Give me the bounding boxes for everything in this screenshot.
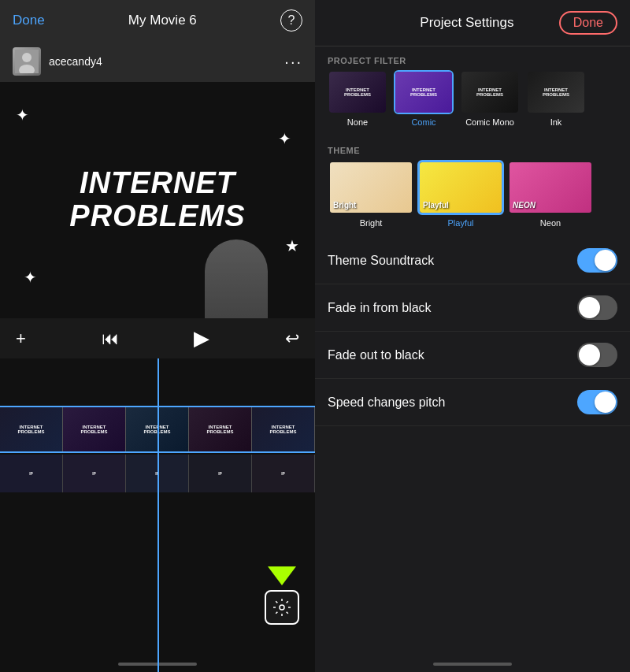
filmstrip-frame: INTERNETPROBLEMS (252, 407, 315, 451)
avatar (13, 47, 41, 76)
settings-list: Theme Soundtrack Fade in from black Fade… (315, 237, 630, 426)
star-deco-4: ★ (285, 236, 299, 255)
frame-content: INTERNETPROBLEMS (252, 407, 314, 451)
home-indicator-right (433, 663, 512, 666)
theme-label-bright: Bright (360, 218, 383, 228)
theme-preview-playful: Playful (420, 162, 502, 213)
user-row: acecandy4 ··· (0, 41, 315, 82)
filmstrip-frame: INTERNETPROBLEMS (0, 407, 63, 451)
settings-done-button[interactable]: Done (559, 11, 617, 35)
filter-thumb-comic-mono: INTERNETPROBLEMS (460, 70, 520, 114)
theme-label-neon: Neon (540, 218, 561, 228)
done-button[interactable]: Done (13, 13, 45, 28)
fade-out-label: Fade out to black (328, 348, 424, 362)
avatar-image (13, 47, 41, 76)
filmstrip-frame2: IP (0, 455, 63, 492)
theme-overlay-bright: Bright (333, 201, 356, 210)
filter-preview-ink: INTERNETPROBLEMS (528, 72, 584, 113)
filter-scroll-area: INTERNETPROBLEMS None INTERNETPROBLEMS C… (315, 70, 630, 136)
filmstrip-frame2: IP (189, 455, 252, 492)
filter-label-ink: Ink (550, 117, 562, 127)
theme-overlay-playful: Playful (423, 201, 449, 210)
preview-text-line1: INTERNET (80, 167, 235, 200)
theme-thumb-neon: NEON (507, 160, 594, 215)
down-arrow-icon (268, 566, 296, 585)
theme-label-playful: Playful (447, 218, 473, 228)
frame-content: INTERNETPROBLEMS (189, 407, 251, 451)
filmstrip-frame: INTERNETPROBLEMS (63, 407, 126, 451)
right-bottom-area (315, 426, 630, 672)
settings-title: Project Settings (420, 15, 513, 31)
filter-item-ink[interactable]: INTERNETPROBLEMS Ink (526, 70, 586, 127)
filter-thumb-comic: INTERNETPROBLEMS (394, 70, 454, 114)
theme-section-label: THEME (315, 136, 630, 160)
fade-in-toggle[interactable] (577, 295, 617, 320)
settings-row-speed-pitch: Speed changes pitch (315, 379, 630, 426)
theme-item-playful[interactable]: Playful Playful (417, 160, 504, 228)
theme-item-neon[interactable]: NEON Neon (507, 160, 594, 228)
settings-icon-button[interactable] (265, 590, 299, 625)
theme-preview-neon: NEON (510, 162, 591, 213)
theme-scroll-area: Bright Bright Playful Playful NEON Neon (315, 160, 630, 231)
fade-out-toggle[interactable] (577, 343, 617, 367)
filmstrip-frame: INTERNETPROBLEMS (189, 407, 252, 451)
filter-section-label: PROJECT FILTER (315, 46, 630, 70)
settings-row-fade-in: Fade in from black (315, 284, 630, 332)
star-deco-3: ✦ (24, 268, 37, 287)
theme-soundtrack-toggle[interactable] (577, 248, 617, 273)
theme-overlay-neon: NEON (513, 201, 536, 210)
filter-preview-comic-mono: INTERNETPROBLEMS (461, 72, 518, 113)
undo-button[interactable]: ↩ (285, 329, 299, 349)
controls-bar: + ⏮ ▶ ↩ (0, 318, 315, 358)
filter-item-comic-mono[interactable]: INTERNETPROBLEMS Comic Mono (460, 70, 520, 127)
filter-preview-none: INTERNETPROBLEMS (329, 72, 386, 113)
fade-in-label: Fade in from black (328, 301, 432, 315)
frame-content: INTERNETPROBLEMS (0, 407, 62, 451)
right-header: Project Settings Done (315, 0, 630, 46)
frame-content: INTERNETPROBLEMS (63, 407, 125, 451)
toggle-knob (579, 297, 600, 318)
preview-bg: ✦ ✦ ✦ ★ INTERNET PROBLEMS (0, 82, 315, 318)
star-deco-1: ✦ (16, 106, 29, 124)
project-title: My Movie 6 (128, 13, 197, 28)
timeline-area: INTERNETPROBLEMS INTERNETPROBLEMS INTERN… (0, 358, 315, 672)
left-panel: Done My Movie 6 ? acecandy4 ··· ✦ ✦ ✦ ★ … (0, 0, 315, 672)
username-label: acecandy4 (49, 55, 284, 68)
help-button[interactable]: ? (280, 9, 302, 32)
settings-arrow-indicator (265, 566, 299, 625)
filter-item-comic[interactable]: INTERNETPROBLEMS Comic (394, 70, 454, 127)
preview-area: ✦ ✦ ✦ ★ INTERNET PROBLEMS (0, 82, 315, 318)
filter-item-none[interactable]: INTERNETPROBLEMS None (328, 70, 387, 127)
theme-thumb-bright: Bright (328, 160, 414, 215)
filmstrip-frame2: IP (63, 455, 126, 492)
filter-label-comic: Comic (411, 117, 435, 127)
theme-preview-bright: Bright (330, 162, 412, 213)
theme-item-bright[interactable]: Bright Bright (328, 160, 414, 228)
more-options-button[interactable]: ··· (284, 53, 302, 71)
filter-label-none: None (347, 117, 368, 127)
filter-label-comic-mono: Comic Mono (465, 117, 514, 127)
left-header: Done My Movie 6 ? (0, 0, 315, 41)
preview-person (205, 239, 268, 318)
filmstrip-frame2: IP (252, 455, 315, 492)
settings-row-fade-out: Fade out to black (315, 332, 630, 379)
add-clip-button[interactable]: + (16, 329, 26, 349)
svg-point-1 (22, 53, 32, 62)
preview-text-line2: PROBLEMS (69, 200, 245, 233)
right-panel: Project Settings Done PROJECT FILTER INT… (315, 0, 630, 672)
toggle-knob (595, 250, 616, 271)
settings-row-theme-soundtrack: Theme Soundtrack (315, 237, 630, 284)
filter-thumb-none: INTERNETPROBLEMS (328, 70, 387, 114)
play-button[interactable]: ▶ (194, 326, 209, 351)
theme-soundtrack-label: Theme Soundtrack (328, 254, 434, 268)
svg-point-3 (280, 605, 284, 610)
timeline-playhead (158, 358, 159, 672)
toggle-knob (579, 344, 600, 366)
filter-preview-comic: INTERNETPROBLEMS (395, 72, 452, 113)
speed-pitch-toggle[interactable] (577, 390, 617, 414)
toggle-knob (595, 392, 616, 413)
star-deco-2: ✦ (278, 129, 291, 148)
speed-pitch-label: Speed changes pitch (328, 395, 445, 410)
filter-thumb-ink: INTERNETPROBLEMS (526, 70, 586, 114)
rewind-button[interactable]: ⏮ (102, 329, 119, 349)
